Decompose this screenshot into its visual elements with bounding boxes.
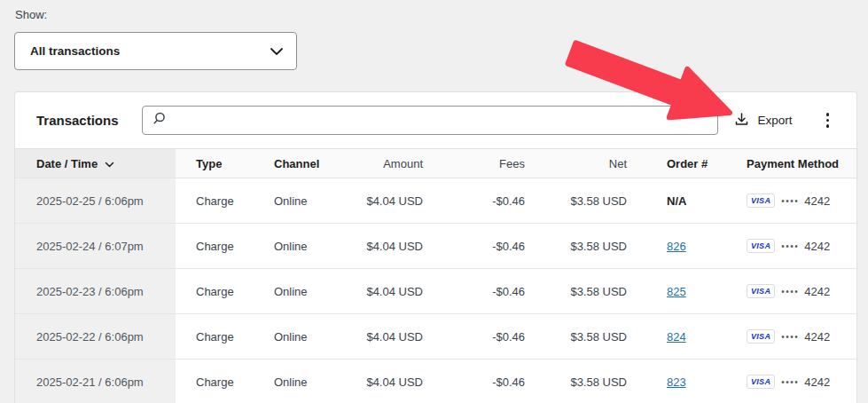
header-actions: Export bbox=[732, 108, 834, 133]
search-box bbox=[142, 106, 718, 135]
cell-order: N/A bbox=[667, 178, 738, 223]
order-link[interactable]: 824 bbox=[667, 330, 686, 344]
cell-payment-method: VISA •••• 4242 bbox=[747, 360, 856, 403]
cell-fees: -$0.46 bbox=[423, 314, 525, 359]
card-last4: 4242 bbox=[804, 330, 830, 344]
card-number-dots: •••• bbox=[781, 241, 799, 251]
order-link[interactable]: 825 bbox=[667, 285, 686, 298]
chevron-down-icon bbox=[270, 43, 284, 59]
cell-fees: -$0.46 bbox=[423, 224, 525, 268]
cell-payment-method: VISA •••• 4242 bbox=[747, 224, 856, 268]
panel-title: Transactions bbox=[36, 113, 119, 128]
cell-date: 2025-02-23 / 6:06pm bbox=[15, 269, 176, 313]
cell-type: Charge bbox=[196, 178, 274, 223]
cell-type: Charge bbox=[196, 224, 274, 268]
cell-fees: -$0.46 bbox=[423, 360, 525, 403]
transaction-row: 2025-02-24 / 6:07pm Charge Online $4.04 … bbox=[15, 224, 856, 269]
cell-net: $3.58 USD bbox=[525, 224, 627, 268]
transaction-row: 2025-02-22 / 6:06pm Charge Online $4.04 … bbox=[15, 314, 856, 360]
cell-fees: -$0.46 bbox=[423, 269, 525, 313]
column-header-type: Type bbox=[196, 149, 274, 178]
column-header-date-time[interactable]: Date / Time bbox=[15, 149, 176, 178]
cell-order: 824 bbox=[667, 314, 738, 359]
cell-channel: Online bbox=[274, 360, 359, 403]
transaction-row: 2025-02-25 / 6:06pm Charge Online $4.04 … bbox=[15, 178, 856, 224]
cell-net: $3.58 USD bbox=[525, 178, 627, 223]
panel-header: Transactions Export bbox=[15, 92, 856, 149]
cell-order: 823 bbox=[667, 360, 738, 403]
column-header-order: Order # bbox=[667, 149, 738, 178]
cell-type: Charge bbox=[196, 360, 274, 403]
card-last4: 4242 bbox=[804, 194, 830, 208]
cell-amount: $4.04 USD bbox=[359, 360, 423, 403]
column-header-fees: Fees bbox=[423, 149, 525, 178]
cell-date: 2025-02-21 / 6:06pm bbox=[15, 360, 176, 403]
card-last4: 4242 bbox=[804, 240, 830, 253]
order-link[interactable]: 823 bbox=[667, 375, 686, 389]
filter-selected-value: All transactions bbox=[30, 44, 270, 58]
cell-channel: Online bbox=[274, 269, 359, 313]
visa-card-badge: VISA bbox=[747, 239, 775, 253]
column-header-payment-method: Payment Method bbox=[747, 149, 856, 178]
cell-amount: $4.04 USD bbox=[359, 314, 423, 359]
card-number-dots: •••• bbox=[781, 377, 799, 387]
search-icon bbox=[152, 111, 167, 130]
download-icon bbox=[734, 112, 749, 130]
cell-type: Charge bbox=[196, 269, 274, 313]
export-button-label: Export bbox=[757, 114, 792, 127]
cell-net: $3.58 USD bbox=[525, 269, 627, 313]
visa-card-badge: VISA bbox=[747, 375, 775, 389]
cell-channel: Online bbox=[274, 178, 359, 223]
cell-payment-method: VISA •••• 4242 bbox=[747, 269, 856, 313]
kebab-menu-icon bbox=[826, 113, 830, 116]
card-last4: 4242 bbox=[804, 375, 830, 389]
column-header-channel: Channel bbox=[274, 149, 359, 178]
order-link[interactable]: 826 bbox=[667, 240, 686, 253]
column-header-net: Net bbox=[525, 149, 627, 178]
search-input[interactable] bbox=[167, 107, 717, 134]
cell-amount: $4.04 USD bbox=[359, 269, 423, 313]
cell-payment-method: VISA •••• 4242 bbox=[747, 178, 856, 223]
export-button[interactable]: Export bbox=[732, 108, 794, 133]
more-options-kebab-button[interactable] bbox=[821, 109, 835, 131]
card-number-dots: •••• bbox=[781, 332, 799, 342]
cell-date: 2025-02-25 / 6:06pm bbox=[15, 178, 176, 223]
cell-order: 825 bbox=[667, 269, 738, 313]
card-number-dots: •••• bbox=[781, 287, 799, 296]
cell-date: 2025-02-22 / 6:06pm bbox=[15, 314, 176, 359]
cell-type: Charge bbox=[196, 314, 274, 359]
transactions-filter-dropdown[interactable]: All transactions bbox=[14, 32, 297, 70]
filter-label: Show: bbox=[15, 8, 47, 21]
cell-amount: $4.04 USD bbox=[359, 178, 423, 223]
cell-channel: Online bbox=[274, 224, 359, 268]
visa-card-badge: VISA bbox=[747, 329, 775, 344]
column-header-amount: Amount bbox=[359, 149, 423, 178]
card-last4: 4242 bbox=[804, 285, 830, 298]
visa-card-badge: VISA bbox=[747, 284, 775, 298]
card-number-dots: •••• bbox=[781, 196, 799, 206]
table-header-row: Date / Time Type Channel Amount Fees Net… bbox=[15, 149, 856, 178]
transactions-panel: Transactions Export Date / Time bbox=[14, 91, 857, 403]
cell-channel: Online bbox=[274, 314, 359, 359]
cell-date: 2025-02-24 / 6:07pm bbox=[15, 224, 176, 268]
cell-net: $3.58 USD bbox=[525, 314, 627, 359]
cell-order: 826 bbox=[667, 224, 738, 268]
transaction-row: 2025-02-23 / 6:06pm Charge Online $4.04 … bbox=[15, 269, 856, 314]
cell-net: $3.58 USD bbox=[525, 360, 627, 403]
transaction-row: 2025-02-21 / 6:06pm Charge Online $4.04 … bbox=[15, 360, 856, 403]
sort-chevron-down-icon bbox=[105, 157, 114, 170]
visa-card-badge: VISA bbox=[747, 194, 775, 208]
cell-payment-method: VISA •••• 4242 bbox=[747, 314, 856, 359]
order-na: N/A bbox=[667, 194, 686, 208]
cell-fees: -$0.46 bbox=[423, 178, 525, 223]
cell-amount: $4.04 USD bbox=[359, 224, 423, 268]
